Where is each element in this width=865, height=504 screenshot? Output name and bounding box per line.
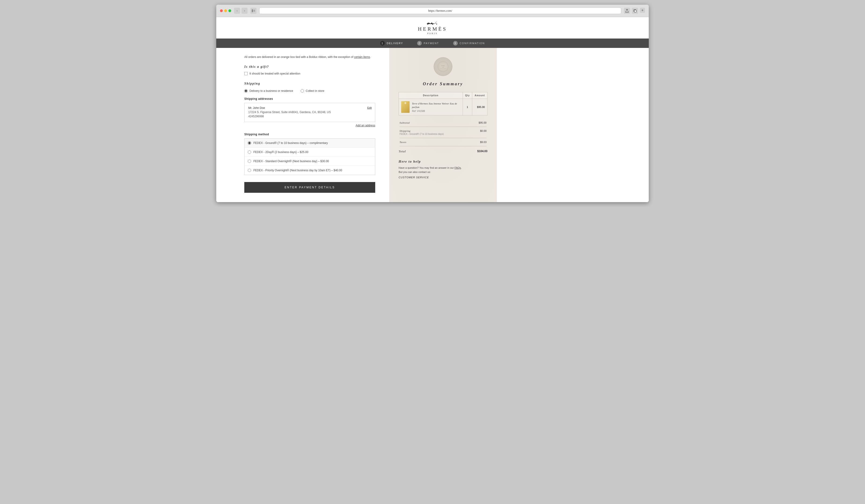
- product-ref: Ref: V41588: [412, 110, 460, 113]
- browser-window: ‹ › https://hermes.com/ +: [216, 5, 649, 202]
- delivery-option-label[interactable]: Delivery to a business or residence: [250, 89, 293, 93]
- svg-text:HERMÈS: HERMÈS: [441, 65, 445, 66]
- twoday-label[interactable]: FEDEX - 2Day® (2 business days) – $25.00: [253, 151, 308, 154]
- subtotal-value: $95.00: [478, 121, 486, 124]
- twoday-radio[interactable]: [248, 151, 251, 154]
- gift-checkbox[interactable]: [244, 72, 247, 75]
- shipping-method-priority: FEDEX - Priority Overnight® (Next busine…: [244, 166, 375, 175]
- logo-city-name: PARIS: [418, 32, 447, 35]
- minimize-window-button[interactable]: [224, 9, 227, 12]
- enter-payment-button[interactable]: Enter payment details: [244, 182, 375, 193]
- step-2-label: Payment: [424, 42, 439, 45]
- taxes-row: Taxes $9.03: [399, 140, 487, 145]
- shipping-method-ground: FEDEX - Ground® (7 to 10 business days) …: [244, 139, 375, 148]
- svg-point-7: [432, 24, 433, 25]
- forward-button[interactable]: ›: [242, 8, 247, 14]
- svg-point-8: [436, 24, 437, 25]
- customer-service-link[interactable]: Customer Service: [399, 176, 487, 179]
- address-street: 17224 S. Figueroa Street, Suite #A8041, …: [248, 110, 371, 114]
- product-info-cell: Terre d'Hermes Eau Intense Vetiver Eau d…: [399, 99, 463, 115]
- gift-checkbox-label[interactable]: It should be treated with special attent…: [250, 72, 300, 75]
- shipping-sub-text: FEDEX - Ground® (7 to 10 business days): [400, 133, 444, 135]
- product-amount: $95.00: [472, 99, 487, 115]
- priority-radio[interactable]: [248, 169, 251, 172]
- shipping-row-top: Shipping $0.00: [400, 129, 486, 132]
- help-section: Here to help Have a question? You may fi…: [399, 160, 487, 179]
- site-header: HERMÈS PARIS: [216, 17, 649, 38]
- order-summary-panel: HERMÈS PARIS Order Summary Description Q…: [389, 48, 497, 202]
- shipping-section-title: Shipping: [244, 82, 375, 85]
- qty-header: Qty: [463, 92, 472, 99]
- collect-option: Collect in store: [301, 89, 324, 93]
- ground-radio[interactable]: [248, 141, 251, 145]
- delivery-notice: All orders are delivered in an orange bo…: [244, 55, 375, 59]
- order-summary: HERMÈS PARIS Order Summary Description Q…: [399, 57, 487, 153]
- shipping-method-twoday: FEDEX - 2Day® (2 business days) – $25.00: [244, 148, 375, 157]
- checkout-steps: 1 Delivery 2 Payment 3 Confirmation: [216, 38, 649, 48]
- back-button[interactable]: ‹: [234, 8, 240, 14]
- priority-label[interactable]: FEDEX - Priority Overnight® (Next busine…: [253, 169, 342, 172]
- faqs-link[interactable]: FAQs: [454, 166, 461, 169]
- logo-horse-icon: [418, 21, 447, 25]
- share-button[interactable]: [624, 8, 630, 14]
- close-window-button[interactable]: [220, 9, 223, 12]
- shipping-label: Shipping: [400, 129, 411, 132]
- maximize-window-button[interactable]: [228, 9, 231, 12]
- help-text-1: Have a question? You may find an answer …: [399, 166, 454, 169]
- shipping-method-label: Shipping method: [244, 133, 375, 136]
- amount-header: Amount: [472, 92, 487, 99]
- product-thumbnail: [401, 101, 410, 113]
- address-phone: 4245296998: [248, 114, 371, 118]
- help-text: Have a question? You may find an answer …: [399, 166, 487, 174]
- help-title: Here to help: [399, 160, 487, 164]
- browser-action-buttons: +: [624, 8, 645, 14]
- taxes-label: Taxes: [400, 141, 406, 143]
- browser-titlebar: ‹ › https://hermes.com/ +: [216, 5, 649, 17]
- new-tab-button[interactable]: +: [640, 8, 645, 13]
- product-name: Terre d'Hermes Eau Intense Vetiver Eau d…: [412, 102, 460, 109]
- step-3-label: Confirmation: [460, 42, 485, 45]
- shipping-methods: FEDEX - Ground® (7 to 10 business days) …: [244, 138, 375, 175]
- svg-rect-2: [253, 11, 255, 11]
- step-delivery[interactable]: 1 Delivery: [380, 41, 403, 46]
- help-text-2: .: [461, 166, 462, 169]
- delivery-form: All orders are delivered in an orange bo…: [216, 48, 389, 202]
- total-label: Total: [399, 150, 406, 153]
- svg-point-6: [427, 24, 428, 25]
- url-bar[interactable]: https://hermes.com/: [259, 8, 621, 14]
- gift-section-title: Is this a gift?: [244, 65, 375, 69]
- notice-text-after: .: [370, 55, 371, 59]
- product-qty: 1: [463, 99, 472, 115]
- collect-radio[interactable]: [301, 89, 304, 93]
- browser-navigation: ‹ ›: [234, 8, 247, 14]
- step-confirmation[interactable]: 3 Confirmation: [453, 41, 485, 46]
- edit-address-link[interactable]: Edit: [367, 106, 372, 109]
- totals-divider-1: [400, 127, 486, 127]
- addresses-label: Shipping addresses: [244, 97, 375, 101]
- overnight-label[interactable]: FEDEX - Standard Overnight® (Next busine…: [253, 160, 329, 163]
- step-payment[interactable]: 2 Payment: [417, 41, 439, 46]
- step-1-number: 1: [380, 41, 385, 46]
- overnight-radio[interactable]: [248, 160, 251, 163]
- hermes-logo: HERMÈS PARIS: [418, 21, 447, 35]
- order-totals: Subtotal $95.00 Shipping $0.00 FEDEX - G…: [399, 120, 487, 153]
- ground-label[interactable]: FEDEX - Ground® (7 to 10 business days) …: [253, 141, 328, 145]
- duplicate-button[interactable]: [632, 8, 638, 14]
- collect-option-label[interactable]: Collect in store: [306, 89, 324, 93]
- svg-point-9: [438, 61, 448, 72]
- delivery-radio[interactable]: [244, 89, 247, 93]
- svg-point-10: [439, 62, 448, 71]
- shipping-method-overnight: FEDEX - Standard Overnight® (Next busine…: [244, 157, 375, 166]
- total-value: $104.03: [477, 150, 487, 153]
- sidebar-button[interactable]: [250, 8, 256, 14]
- main-content: All orders are delivered in an orange bo…: [216, 48, 649, 202]
- subtotal-row: Subtotal $95.00: [399, 120, 487, 125]
- subtotal-label: Subtotal: [400, 121, 410, 124]
- description-header: Description: [399, 92, 463, 99]
- shipping-row: Shipping $0.00 FEDEX - Ground® (7 to 10 …: [399, 128, 487, 137]
- add-address-link[interactable]: Add an address: [244, 124, 375, 127]
- svg-text:PARIS: PARIS: [442, 67, 444, 68]
- svg-rect-1: [253, 10, 255, 10]
- certain-items-link[interactable]: certain items: [354, 55, 370, 59]
- window-controls: [220, 9, 231, 12]
